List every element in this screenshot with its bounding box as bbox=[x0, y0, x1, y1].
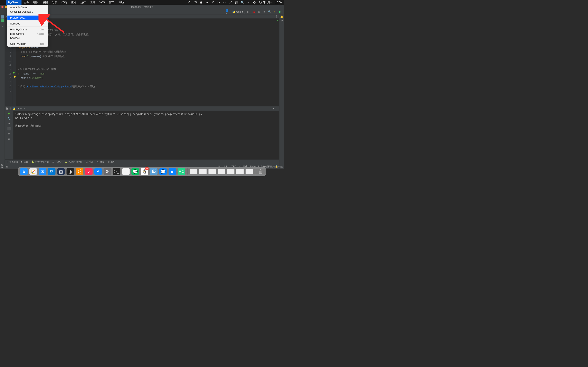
spotlight-icon[interactable]: 🔍 bbox=[241, 1, 244, 4]
dock-app-terminal[interactable]: >_ bbox=[113, 168, 120, 175]
project-tool-icon[interactable] bbox=[1, 15, 4, 18]
bottom-tab-5[interactable]: ⓘ问题 bbox=[85, 160, 93, 163]
structure-tool-icon[interactable] bbox=[1, 19, 4, 22]
notifications-icon[interactable]: 🔔 bbox=[280, 15, 283, 18]
dock-app-music[interactable]: ♪ bbox=[85, 168, 93, 175]
scroll-to-end-icon[interactable]: ↧ bbox=[7, 127, 11, 130]
database-tool-icon[interactable]: ☍ bbox=[281, 19, 283, 22]
mac-menu-重构[interactable]: 重构 bbox=[69, 0, 78, 5]
menu-item-hide-pycharm[interactable]: Hide PyCharm⌘H bbox=[7, 27, 48, 32]
bottom-tab-4[interactable]: 🐍Python 控制台 bbox=[65, 160, 82, 163]
control-center-icon[interactable]: ⌁ bbox=[247, 1, 250, 4]
dock-app-finder[interactable]: ☻ bbox=[20, 168, 28, 175]
dock-app-octave[interactable]: ◎ bbox=[67, 168, 74, 175]
hide-run-panel-icon[interactable]: — bbox=[276, 107, 278, 110]
close-run-tab-icon[interactable]: × bbox=[24, 107, 25, 110]
menu-item-hide-others[interactable]: Hide Others⌥⌘H bbox=[7, 32, 48, 36]
menu-item-quit-pycharm[interactable]: Quit PyCharm⌘Q bbox=[7, 42, 48, 46]
dock-app-preview[interactable]: 🖼 bbox=[150, 168, 158, 175]
dock-app-play[interactable]: ▶ bbox=[169, 168, 176, 175]
sync-icon[interactable]: ⟲ bbox=[211, 1, 214, 4]
bottom-tab-6[interactable]: >_终端 bbox=[97, 160, 104, 163]
mac-menu-视图[interactable]: 视图 bbox=[41, 0, 50, 5]
minimize-window-button[interactable] bbox=[5, 6, 7, 8]
status-widgets-icon[interactable]: ▥ bbox=[6, 165, 8, 168]
notion-icon[interactable]: ◉ bbox=[199, 1, 203, 4]
delete-output-icon[interactable]: 🗑 bbox=[7, 137, 11, 141]
refresh-icon[interactable]: ⟳ bbox=[188, 1, 191, 4]
dock-app-settings[interactable]: ⚙ bbox=[103, 168, 111, 175]
mac-menu-代码[interactable]: 代码 bbox=[60, 0, 69, 5]
mac-menu-vcs[interactable]: VCS bbox=[97, 0, 107, 5]
tab-options-icon[interactable]: ⋮ bbox=[275, 15, 279, 18]
menu-item-show-all[interactable]: Show All bbox=[7, 36, 48, 40]
dock-window-thumb[interactable] bbox=[199, 169, 207, 174]
mac-menu-帮助[interactable]: 帮助 bbox=[116, 0, 126, 5]
expand-icon[interactable]: › bbox=[2, 25, 3, 28]
debug-button[interactable]: 🐞 bbox=[252, 10, 256, 14]
play-tray-icon[interactable]: ▷ bbox=[217, 1, 220, 4]
dock-window-thumb[interactable] bbox=[190, 169, 197, 174]
dock-window-thumb[interactable] bbox=[218, 169, 225, 174]
wechat-tray-icon[interactable]: ☁ bbox=[205, 1, 208, 4]
print-icon[interactable]: ⎙ bbox=[7, 132, 11, 135]
run-button[interactable]: ▶ bbox=[247, 10, 250, 14]
bottom-tab-7[interactable]: ⊞服务 bbox=[108, 160, 115, 163]
bottom-tab-2[interactable]: 🐍Python 软件包 bbox=[32, 160, 49, 163]
side-tab-书签[interactable]: 书签 bbox=[0, 161, 3, 163]
coverage-button[interactable]: ⧉ bbox=[257, 10, 261, 14]
run-output[interactable]: "/Users/pg.zeng/Desktop/Pycharm project/… bbox=[14, 111, 279, 159]
add-user-icon[interactable]: 👤▾ bbox=[226, 10, 229, 14]
run-settings-icon[interactable]: ⚙ bbox=[272, 107, 274, 110]
dock-app-gitkraken[interactable]: ⛓ bbox=[76, 168, 83, 175]
dock-app-mail[interactable]: ✉ bbox=[39, 168, 46, 175]
run-tab-name[interactable]: main bbox=[17, 107, 22, 110]
mac-menu-导航[interactable]: 导航 bbox=[50, 0, 59, 5]
bottom-tab-1[interactable]: ▶运行 bbox=[21, 160, 28, 163]
dock-app-pycharm[interactable]: PC bbox=[178, 168, 185, 175]
jetbrains-toolbox-icon[interactable]: ▶ bbox=[279, 10, 282, 14]
mac-menu-pycharm[interactable]: PyCharm bbox=[6, 0, 21, 5]
dock-app-safari[interactable]: 🧭 bbox=[29, 168, 37, 175]
dock-app-wechat[interactable]: 💬 bbox=[131, 168, 139, 175]
mac-menu-窗口[interactable]: 窗口 bbox=[107, 0, 116, 5]
dock-window-thumb[interactable] bbox=[227, 169, 235, 174]
battery-icon[interactable]: ▭ bbox=[223, 1, 226, 4]
dock-app-qq[interactable]: 🐧 bbox=[141, 168, 148, 175]
close-window-button[interactable] bbox=[1, 6, 4, 8]
menu-item-preferences-[interactable]: Preferences...⌘ , bbox=[7, 16, 48, 20]
rerun-button[interactable]: ▶ bbox=[7, 112, 11, 115]
bottom-tab-3[interactable]: ☰TODO bbox=[52, 161, 61, 163]
mac-menu-运行[interactable]: 运行 bbox=[78, 0, 88, 5]
menu-item-about-pycharm[interactable]: About PyCharm bbox=[7, 6, 48, 10]
stop-button[interactable]: ■ bbox=[263, 10, 266, 14]
dock-app-chat[interactable]: 💬 bbox=[159, 168, 167, 175]
menubar-date[interactable]: 2月6日 周一 bbox=[259, 1, 273, 4]
dock-app-appstore[interactable]: A bbox=[94, 168, 102, 175]
dock-window-thumb[interactable] bbox=[208, 169, 216, 174]
mac-menu-文件[interactable]: 文件 bbox=[21, 0, 31, 5]
inspection-ok-icon[interactable]: ✔ bbox=[276, 19, 279, 22]
menu-item-check-for-updates-[interactable]: Check for Updates... bbox=[7, 10, 48, 14]
pinyin-input-icon[interactable]: 拼 bbox=[235, 1, 238, 4]
run-wrench-icon[interactable]: 🔧 bbox=[7, 117, 11, 120]
run-step-icon[interactable]: ⇥ bbox=[7, 122, 11, 125]
menubar-time[interactable]: 10:50 bbox=[275, 1, 281, 4]
dock-trash[interactable]: 🗑 bbox=[258, 168, 264, 175]
run-config-selector[interactable]: main▾ bbox=[231, 10, 245, 14]
menu-item-services[interactable]: Services› bbox=[7, 21, 48, 26]
bottom-tab-0[interactable]: ᚶ版本控制 bbox=[7, 160, 18, 163]
code-content[interactable]: # 这是一个示例 Python 脚本。# 按 ^R 执行或将其替换为您的代码。#… bbox=[16, 19, 279, 106]
dock-app-textedit[interactable]: T bbox=[122, 168, 130, 175]
dock-window-thumb[interactable] bbox=[236, 169, 244, 174]
side-tab-结构[interactable]: 结构 bbox=[0, 164, 3, 166]
ide-update-icon[interactable]: ● bbox=[273, 10, 277, 14]
mac-menu-编辑[interactable]: 编辑 bbox=[31, 0, 41, 5]
dock-app-vscode[interactable]: ⧉ bbox=[48, 168, 56, 175]
dock-app-tool[interactable]: ▤ bbox=[57, 168, 65, 175]
search-everywhere-icon[interactable]: 🔍 bbox=[268, 10, 271, 14]
wifi-icon[interactable]: ⋰ bbox=[229, 1, 232, 4]
siri-icon[interactable]: ◐ bbox=[253, 1, 256, 4]
mac-menu-工具[interactable]: 工具 bbox=[88, 0, 97, 5]
dock-window-thumb[interactable] bbox=[246, 169, 253, 174]
